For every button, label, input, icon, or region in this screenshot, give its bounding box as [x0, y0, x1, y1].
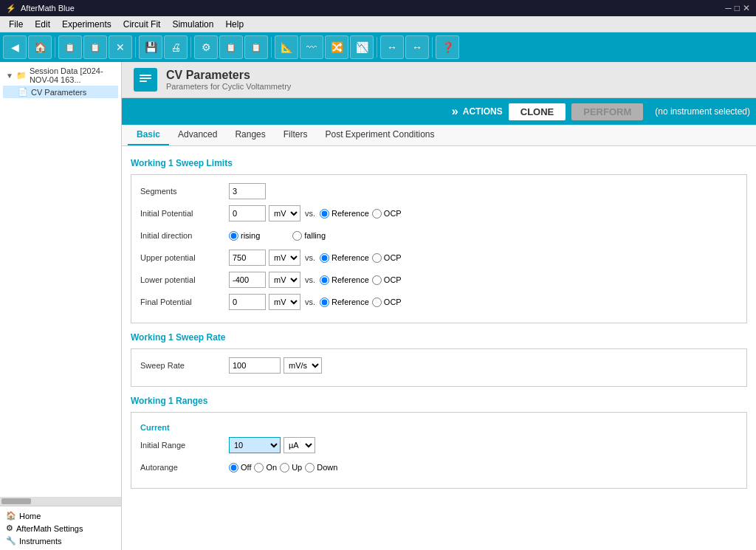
final-reference-radio-label[interactable]: Reference	[320, 298, 369, 307]
initial-ocp-radio-label[interactable]: OCP	[372, 209, 402, 219]
maximize-button[interactable]: □	[735, 3, 740, 13]
initial-ocp-radio[interactable]	[372, 209, 382, 219]
initial-reference-radio[interactable]	[320, 209, 329, 219]
footer-home[interactable]: 🏠 Home	[3, 509, 118, 522]
tab-advanced[interactable]: Advanced	[169, 125, 226, 145]
initial-range-controls: 125 10 2050100 µAmAA	[229, 437, 315, 453]
lower-ocp-radio-label[interactable]: OCP	[372, 275, 402, 285]
main-layout: ▼ 📁 Session Data [2024-NOV-04 163... 📄 C…	[0, 62, 756, 550]
final-ocp-radio-label[interactable]: OCP	[372, 298, 402, 307]
final-potential-unit-select[interactable]: mVV	[269, 294, 300, 310]
toolbar-settings[interactable]: ⚙	[194, 35, 218, 59]
toolbar-export1[interactable]: ↔	[380, 35, 404, 59]
final-potential-input[interactable]	[229, 294, 266, 310]
lower-reference-radio[interactable]	[320, 275, 329, 285]
initial-direction-controls: rising falling	[229, 231, 326, 241]
lower-potential-input[interactable]	[229, 272, 266, 288]
content-area: CV Parameters Parameters for Cyclic Volt…	[122, 62, 756, 550]
footer-home-label: Home	[19, 512, 41, 520]
toolbar-copy2[interactable]: 📋	[83, 35, 107, 59]
initial-potential-input[interactable]	[229, 205, 266, 221]
upper-ocp-radio-label[interactable]: OCP	[372, 253, 402, 263]
menu-edit[interactable]: Edit	[29, 18, 56, 31]
toolbar-wave[interactable]: 〰	[300, 35, 323, 59]
autorange-down-radio[interactable]	[305, 463, 315, 472]
toolbar-home[interactable]: 🏠	[28, 35, 52, 59]
initial-direction-label: Initial direction	[140, 231, 229, 240]
tree-session[interactable]: ▼ 📁 Session Data [2024-NOV-04 163...	[3, 65, 118, 86]
upper-reference-radio[interactable]	[320, 253, 329, 263]
svg-rect-2	[140, 80, 147, 82]
close-button[interactable]: ✕	[743, 3, 750, 13]
initial-range-unit-select[interactable]: µAmAA	[284, 437, 315, 453]
upper-potential-input[interactable]	[229, 250, 266, 266]
rising-radio-label[interactable]: rising	[229, 231, 260, 241]
menu-help[interactable]: Help	[219, 18, 250, 31]
toolbar-clipboard[interactable]: 📋	[219, 35, 243, 59]
lower-ocp-radio[interactable]	[372, 275, 382, 285]
initial-range-select[interactable]: 125 10 2050100	[229, 437, 281, 453]
tree-cv-params[interactable]: 📄 CV Parameters	[3, 86, 118, 98]
clone-button[interactable]: CLONE	[509, 103, 566, 120]
toolbar-branch[interactable]: 🔀	[325, 35, 348, 59]
autorange-on-label[interactable]: On	[254, 463, 277, 472]
autorange-up-label[interactable]: Up	[280, 463, 302, 472]
toolbar-export2[interactable]: ↔	[405, 35, 429, 59]
tab-basic[interactable]: Basic	[128, 125, 169, 145]
toolbar: ◀ 🏠 📋 📋 ✕ 💾 🖨 ⚙ 📋 📋 📐 〰 🔀 📉 ↔ ↔ ❓	[0, 32, 756, 62]
initial-vs-label: vs.	[305, 209, 315, 218]
perform-button[interactable]: PERFORM	[571, 103, 643, 120]
tab-filters[interactable]: Filters	[275, 125, 317, 145]
toolbar-clipboard2[interactable]: 📋	[244, 35, 268, 59]
footer-settings[interactable]: ⚙ AfterMath Settings	[3, 522, 118, 534]
final-reference-radio[interactable]	[320, 298, 329, 307]
toolbar-measure[interactable]: 📐	[275, 35, 298, 59]
menu-circuit-fit[interactable]: Circuit Fit	[117, 18, 167, 31]
footer-instruments[interactable]: 🔧 Instruments	[3, 534, 118, 547]
lower-reference-radio-label[interactable]: Reference	[320, 275, 369, 285]
toolbar-print[interactable]: 🖨	[164, 35, 188, 59]
chevrons-icon: »	[452, 105, 458, 118]
sweep-rate-input[interactable]	[229, 357, 281, 374]
tab-post-experiment[interactable]: Post Experiment Conditions	[316, 125, 443, 145]
toolbar-save[interactable]: 💾	[139, 35, 162, 59]
toolbar-back[interactable]: ◀	[3, 35, 27, 59]
autorange-on-radio[interactable]	[254, 463, 264, 472]
upper-ocp-radio[interactable]	[372, 253, 382, 263]
toolbar-close[interactable]: ✕	[109, 35, 132, 59]
autorange-off-radio[interactable]	[229, 463, 238, 472]
final-ocp-radio[interactable]	[372, 298, 382, 307]
tab-ranges[interactable]: Ranges	[226, 125, 274, 145]
initial-potential-unit-select[interactable]: mVV	[269, 205, 300, 221]
autorange-down-label[interactable]: Down	[305, 463, 337, 472]
minimize-button[interactable]: ─	[725, 3, 732, 13]
svg-rect-1	[140, 78, 151, 79]
toolbar-sep-1	[55, 37, 55, 58]
menu-file[interactable]: File	[3, 18, 29, 31]
falling-radio-label[interactable]: falling	[292, 231, 326, 241]
upper-potential-controls: mVV vs. Reference OCP	[229, 250, 402, 266]
rising-radio[interactable]	[229, 231, 238, 241]
menu-simulation[interactable]: Simulation	[166, 18, 219, 31]
upper-reference-radio-label[interactable]: Reference	[320, 253, 369, 263]
autorange-up-radio[interactable]	[280, 463, 289, 472]
tree-expand-icon: ▼	[6, 72, 13, 80]
toolbar-copy1[interactable]: 📋	[58, 35, 82, 59]
sidebar-scrollbar[interactable]	[0, 497, 121, 506]
rising-text: rising	[241, 231, 260, 240]
sweep-rate-unit-select[interactable]: mV/sV/s	[284, 357, 322, 374]
actions-button[interactable]: » ACTIONS	[452, 105, 503, 118]
segments-input[interactable]	[229, 183, 266, 199]
falling-radio[interactable]	[292, 231, 302, 241]
autorange-off-label[interactable]: Off	[229, 463, 251, 472]
app-title: AfterMath Blue	[21, 4, 75, 13]
scrollbar-thumb[interactable]	[1, 498, 31, 504]
lower-potential-unit-select[interactable]: mVV	[269, 272, 300, 288]
settings-icon: ⚙	[6, 523, 13, 533]
toolbar-chart[interactable]: 📉	[350, 35, 374, 59]
menu-experiments[interactable]: Experiments	[56, 18, 117, 31]
tabs: Basic Advanced Ranges Filters Post Exper…	[122, 125, 756, 146]
toolbar-help[interactable]: ❓	[436, 35, 459, 59]
upper-potential-unit-select[interactable]: mVV	[269, 250, 300, 266]
initial-reference-radio-label[interactable]: Reference	[320, 209, 369, 219]
